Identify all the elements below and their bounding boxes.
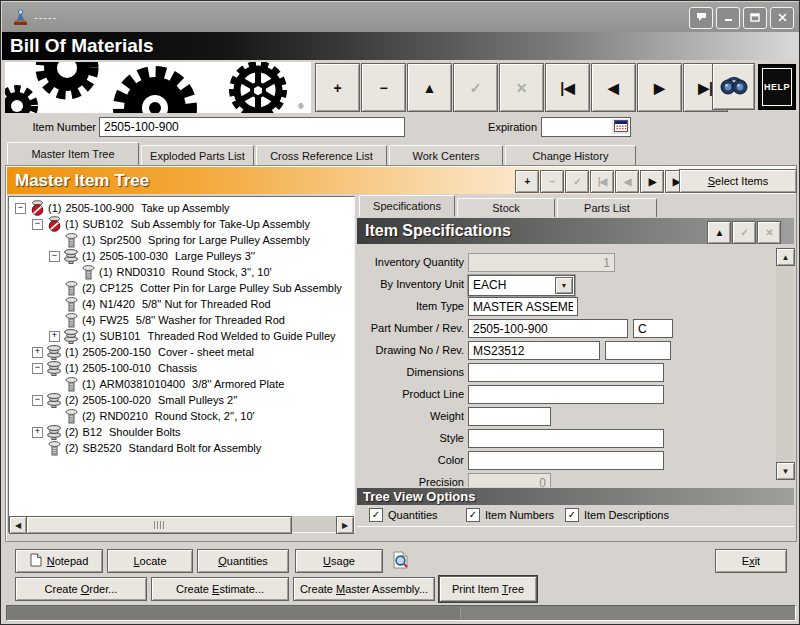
delete-button[interactable]: − <box>361 63 406 112</box>
select-items-button[interactable]: Select Items <box>679 169 797 193</box>
expander-icon[interactable]: − <box>32 395 43 406</box>
usage-button[interactable]: Usage <box>295 549 383 573</box>
add-button[interactable]: + <box>315 63 360 112</box>
item-part-number: SUB102 <box>82 218 123 230</box>
by-inventory-unit-combo[interactable]: EACH▼ <box>468 275 575 296</box>
tree-horizontal-scrollbar[interactable]: ◀ ▶ <box>9 516 354 532</box>
tab-parts-list[interactable]: Parts List <box>557 198 657 217</box>
save-button[interactable]: ✓ <box>565 170 589 193</box>
tree-item[interactable]: −(2)2505-100-020Small Pulleys 2'' <box>9 392 355 408</box>
dropdown-arrow-icon[interactable]: ▼ <box>555 277 573 294</box>
tree-item[interactable]: +(1)2505-200-150Cover - sheet metal <box>9 344 355 360</box>
part-number-rev-rev-field[interactable] <box>633 319 673 338</box>
collapse-button[interactable]: ▲ <box>707 221 731 244</box>
expander-icon[interactable]: + <box>49 331 60 342</box>
tree-item[interactable]: −(1)2505-100-030Large Pulleys 3'' <box>9 248 355 264</box>
create-estimate-button[interactable]: Create Estimate... <box>151 577 289 601</box>
help-button[interactable]: HELP <box>758 64 796 110</box>
expander-icon[interactable]: + <box>32 347 43 358</box>
quantities-button[interactable]: Quantities <box>197 549 289 573</box>
tree-item[interactable]: −(2)SB2520Standard Bolt for Assembly <box>9 440 355 456</box>
tree-item[interactable]: −(4)FW255/8'' Washer for Threaded Rod <box>9 312 355 328</box>
tab-specifications[interactable]: Specifications <box>359 195 455 217</box>
save-button[interactable]: ✓ <box>732 221 756 244</box>
tree-item[interactable]: −(1)ARM03810104003/8'' Armored Plate <box>9 376 355 392</box>
tree-item[interactable]: +(2)B12Shoulder Bolts <box>9 424 355 440</box>
expander-icon[interactable]: − <box>32 219 43 230</box>
tree-item[interactable]: −(2)RND0210Round Stock, 2'', 10' <box>9 408 355 424</box>
next-button[interactable]: ▶ <box>640 170 664 193</box>
previous-record-button[interactable]: ◀ <box>591 63 636 112</box>
expander-icon[interactable]: − <box>32 363 43 374</box>
drawing-no-rev-field[interactable] <box>468 341 600 360</box>
find-button[interactable] <box>712 63 755 110</box>
item-description: Take up Assembly <box>141 202 230 214</box>
tree-item[interactable]: −(1)2505-100-900Take up Assembly <box>9 200 355 216</box>
cancel-button[interactable]: ✕ <box>499 63 544 112</box>
checkbox-item-descriptions[interactable]: ✓Item Descriptions <box>565 508 669 522</box>
checkbox[interactable]: ✓ <box>565 508 579 522</box>
tab-work-centers[interactable]: Work Centers <box>389 145 503 165</box>
scroll-up-button[interactable]: ▲ <box>776 248 795 266</box>
exit-button[interactable]: Exit <box>715 549 787 573</box>
expander-icon[interactable]: − <box>49 251 60 262</box>
locate-button[interactable]: Locate <box>107 549 193 573</box>
add-button[interactable]: + <box>515 170 539 193</box>
scrollbar-thumb[interactable] <box>26 516 292 534</box>
scroll-left-button[interactable]: ◀ <box>9 516 27 534</box>
product-line-field[interactable] <box>468 385 664 404</box>
tab-master-item-tree[interactable]: Master Item Tree <box>7 142 139 165</box>
tree-item[interactable]: −(2)CP125Cotter Pin for Large Pulley Sub… <box>9 280 355 296</box>
first-button[interactable]: |◀ <box>590 170 614 193</box>
first-record-button[interactable]: |◀ <box>545 63 590 112</box>
tree-item[interactable]: −(1)RND0310Round Stock, 3'', 10' <box>9 264 355 280</box>
part-icon <box>63 312 79 328</box>
expander-icon[interactable]: + <box>32 427 43 438</box>
notepad-button[interactable]: Notepad <box>15 549 103 573</box>
save-button[interactable]: ✓ <box>453 63 498 112</box>
tree-item[interactable]: −(4)N1/4205/8'' Nut for Threaded Rod <box>9 296 355 312</box>
create-master-assembly-button[interactable]: Create Master Assembly... <box>293 577 435 601</box>
delete-button[interactable]: − <box>540 170 564 193</box>
print-item-tree-button[interactable]: Print Item Tree <box>439 576 537 602</box>
weight-field[interactable] <box>468 407 551 426</box>
item-description: 5/8'' Nut for Threaded Rod <box>142 298 271 310</box>
tab-cross-reference-list[interactable]: Cross Reference List <box>256 145 387 165</box>
checkbox-quantities[interactable]: ✓Quantities <box>369 508 438 522</box>
calendar-button[interactable] <box>612 119 629 134</box>
scroll-right-button[interactable]: ▶ <box>336 516 354 534</box>
tree-item[interactable]: −(1)2505-100-010Chassis <box>9 360 355 376</box>
item-description: Threaded Rod Welded to Guide Pulley <box>147 330 335 342</box>
whats-this-button[interactable] <box>689 7 713 29</box>
app-icon[interactable] <box>12 8 30 30</box>
checkbox-item-numbers[interactable]: ✓Item Numbers <box>466 508 554 522</box>
tab-change-history[interactable]: Change History <box>505 145 636 165</box>
print-preview-button[interactable] <box>387 548 413 574</box>
color-field[interactable] <box>468 451 664 470</box>
expander-icon[interactable]: − <box>15 203 26 214</box>
tree-item[interactable]: −(1)SUB102Sub Assembly for Take-Up Assem… <box>9 216 355 232</box>
tab-exploded-parts-list[interactable]: Exploded Parts List <box>141 145 254 165</box>
create-order-button[interactable]: Create Order... <box>15 577 147 601</box>
minimize-button[interactable] <box>716 7 740 29</box>
checkbox[interactable]: ✓ <box>369 508 383 522</box>
tree-item[interactable]: −(1)Spr2500Spring for Large Pulley Assem… <box>9 232 355 248</box>
tab-stock[interactable]: Stock <box>457 198 555 217</box>
next-record-button[interactable]: ▶ <box>637 63 682 112</box>
item-description: Sub Assembly for Take-Up Assembly <box>130 218 310 230</box>
tree-item[interactable]: +(1)SUB101Threaded Rod Welded to Guide P… <box>9 328 355 344</box>
style-field[interactable] <box>468 429 664 448</box>
checkbox[interactable]: ✓ <box>466 508 480 522</box>
cancel-button[interactable]: ✕ <box>757 221 781 244</box>
dimensions-field[interactable] <box>468 363 664 382</box>
part-number-rev-field[interactable] <box>468 319 628 338</box>
item-part-number: FW25 <box>99 314 128 326</box>
close-button[interactable] <box>770 7 794 29</box>
spec-vertical-scrollbar[interactable]: ▲ ▼ <box>776 248 793 480</box>
move-up-button[interactable]: ▲ <box>407 63 452 112</box>
item-number-input[interactable] <box>99 117 405 137</box>
restore-button[interactable] <box>743 7 767 29</box>
scroll-down-button[interactable]: ▼ <box>776 462 795 480</box>
drawing-no-rev-rev-field[interactable] <box>605 341 671 360</box>
previous-button[interactable]: ◀ <box>615 170 639 193</box>
